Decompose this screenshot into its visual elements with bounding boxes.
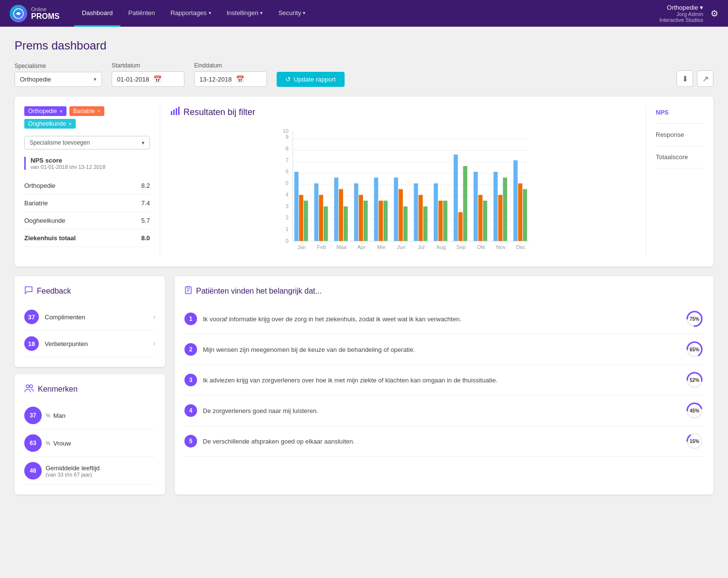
kenmerken-title: Kenmerken (24, 384, 155, 395)
nps-score-section: NPS score van 01-01-2018 t/m 13-12 2018 (24, 157, 150, 170)
feedback-kenmerken-column: Feedback 37 Complimenten › 18 Verbeterpu… (15, 276, 165, 495)
score-bariatrie-value: 7.4 (141, 199, 150, 207)
svg-text:Jun: Jun (397, 244, 405, 250)
nps-score-subtitle: van 01-01-2018 t/m 13-12 2018 (31, 164, 150, 170)
patient-num: 3 (184, 374, 197, 386)
filter-startdatum: Startdatum 01-01-2018 📅 (112, 62, 184, 87)
svg-rect-43 (374, 178, 379, 241)
feedback-complimenten[interactable]: 37 Complimenten › (24, 304, 155, 330)
patient-items-list: 1 Ik vooraf informatie krijg over de zor… (184, 304, 704, 457)
add-specialisme-dropdown[interactable]: Specialisme toevoegen ▾ (24, 136, 150, 149)
remove-orthopedie[interactable]: × (59, 108, 62, 114)
chart-title: Resultaten bij filter (170, 106, 636, 118)
remove-bariatrie[interactable]: × (98, 108, 100, 114)
svg-rect-35 (334, 178, 339, 241)
nav-dashboard[interactable]: Dashboard (74, 0, 121, 27)
share-icon[interactable]: ↗ (697, 70, 713, 87)
nav-security-arrow: ▾ (303, 10, 305, 16)
patients-card: Patiënten vinden het belangrijk dat... 1… (175, 276, 713, 495)
startdatum-input[interactable]: 01-01-2018 📅 (112, 71, 184, 87)
specialisme-select[interactable]: Orthopedie ▾ (15, 72, 102, 87)
kenmerk-vrouw-pct: % (46, 440, 50, 446)
bottom-row: Feedback 37 Complimenten › 18 Verbeterpu… (15, 276, 713, 495)
svg-text:Nov: Nov (496, 244, 506, 250)
pct-label: 65% (690, 347, 699, 352)
refresh-icon: ↺ (285, 76, 291, 83)
kenmerk-man: 37 % Man (24, 402, 155, 429)
complimenten-arrow: › (153, 314, 155, 320)
patient-item: 2 Mijn wensen zijn meegenomen bij de keu… (184, 334, 704, 365)
svg-rect-67 (494, 172, 498, 241)
pct-label: 75% (690, 316, 699, 322)
logo-icon (10, 5, 27, 22)
kenmerken-card: Kenmerken 37 % Man 63 % Vrouw 46 Gemidde… (15, 374, 165, 495)
feedback-card: Feedback 37 Complimenten › 18 Verbeterpu… (15, 276, 165, 367)
tag-bariatrie[interactable]: Bariatrie × (69, 106, 104, 116)
svg-rect-27 (294, 172, 298, 241)
nav-user[interactable]: Orthopedie ▾ Jorg Admin Interactive Stud… (660, 4, 704, 23)
svg-text:Aug: Aug (436, 244, 446, 250)
dashboard-card: Orthopedie × Bariatrie × Oogheelkunde × … (15, 97, 713, 266)
patient-text: Mijn wensen zijn meegenomen bij de keuze… (203, 346, 679, 353)
kenmerk-man-badge: 37 (24, 407, 42, 424)
panel-nps[interactable]: NPS (656, 106, 704, 124)
verbeterpunten-label: Verbeterpunten (45, 340, 153, 347)
panel-totaalscore[interactable]: Totaalscore (656, 146, 704, 168)
progress-ring: 75% (685, 310, 704, 328)
feedback-verbeterpunten[interactable]: 18 Verbeterpunten › (24, 330, 155, 357)
nav-patienten[interactable]: Patiënten (120, 0, 163, 27)
tag-oogheelkunde[interactable]: Oogheelkunde × (24, 119, 76, 129)
svg-text:1: 1 (286, 226, 289, 232)
logo[interactable]: Online PROMS (10, 5, 60, 22)
nav-security[interactable]: Security ▾ (270, 0, 313, 27)
filter-specialisme: Specialisme Orthopedie ▾ (15, 63, 102, 87)
svg-text:Sep: Sep (456, 244, 465, 250)
logo-online: Online (31, 6, 60, 12)
svg-rect-48 (398, 189, 403, 241)
panel-response[interactable]: Response (656, 124, 704, 146)
startdatum-calendar-icon[interactable]: 📅 (153, 75, 162, 83)
patient-text: De verschillende afspraken goed op elkaa… (203, 438, 679, 445)
svg-text:7: 7 (286, 157, 289, 163)
svg-text:3: 3 (286, 203, 289, 209)
svg-text:6: 6 (286, 168, 289, 174)
download-icon[interactable]: ⬇ (677, 70, 693, 87)
score-bariatrie-label: Bariatrie (24, 199, 48, 207)
einddatum-input[interactable]: 13-12-2018 📅 (194, 71, 267, 87)
tag-orthopedie[interactable]: Orthopedie × (24, 106, 66, 116)
svg-text:4: 4 (286, 192, 289, 198)
main-content: Prems dashboard Specialisme Orthopedie ▾… (0, 27, 728, 507)
nav-org[interactable]: Orthopedie ▾ (660, 4, 704, 11)
remove-oogheelkunde[interactable]: × (68, 121, 71, 127)
svg-rect-57 (443, 200, 447, 241)
progress-ring: 65% (685, 340, 704, 359)
update-rapport-button[interactable]: ↺ Update rapport (277, 72, 345, 87)
svg-rect-61 (463, 166, 467, 241)
svg-rect-29 (304, 200, 308, 241)
kenmerk-vrouw-badge: 63 (24, 434, 42, 452)
kenmerk-leeftijd-badge: 46 (24, 462, 42, 479)
verbeterpunten-arrow: › (153, 340, 155, 347)
score-total: Ziekenhuis totaal 8.0 (24, 230, 150, 247)
kenmerk-vrouw: 63 % Vrouw (24, 429, 155, 457)
nav-instellingen[interactable]: Instellingen ▾ (219, 0, 271, 27)
score-bariatrie: Bariatrie 7.4 (24, 195, 150, 212)
navbar: Online PROMS Dashboard Patiënten Rapport… (0, 0, 728, 27)
chart-icon (170, 106, 180, 118)
svg-rect-56 (438, 200, 443, 241)
svg-rect-39 (354, 183, 359, 241)
specialisme-label: Specialisme (15, 63, 102, 69)
patient-item: 4 De zorgverleners goed naar mij luister… (184, 396, 704, 426)
patient-text: De zorgverleners goed naar mij luisteren… (203, 407, 679, 414)
svg-rect-60 (458, 212, 463, 241)
settings-icon[interactable]: ⚙ (711, 8, 718, 19)
patients-title: Patiënten vinden het belangrijk dat... (184, 286, 704, 297)
svg-rect-73 (523, 189, 527, 241)
einddatum-calendar-icon[interactable]: 📅 (236, 75, 244, 83)
score-orthopedie: Orthopedie 8.2 (24, 177, 150, 195)
nav-rapportages[interactable]: Rapportages ▾ (163, 0, 218, 27)
feedback-icon (24, 286, 33, 297)
svg-rect-41 (364, 200, 368, 241)
svg-rect-3 (176, 108, 177, 115)
svg-rect-64 (479, 195, 483, 241)
